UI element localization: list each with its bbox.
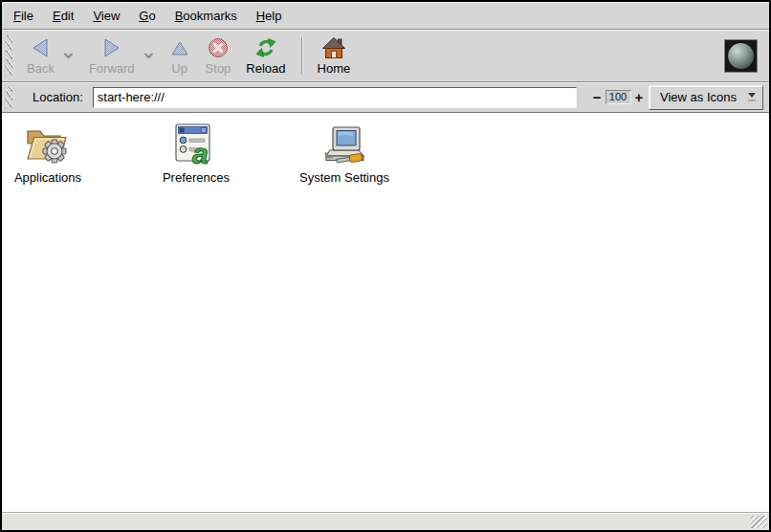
menu-bar: File Edit View Go Bookmarks Help [2,2,769,30]
svg-text:a: a [192,138,209,166]
zoom-out-button[interactable]: − [589,88,606,107]
chevron-down-icon [63,52,74,59]
menu-file[interactable]: File [4,4,43,28]
icon-view[interactable]: Applications a Preferences [2,113,769,512]
stop-button[interactable]: Stop [198,33,239,78]
location-bar: Location: − 100 + View as Icons [2,82,769,113]
stop-icon [207,35,230,60]
status-bar [2,512,769,530]
back-label: Back [27,61,55,76]
menu-help[interactable]: Help [247,4,292,28]
up-button[interactable]: Up [162,33,198,78]
icon-system-settings[interactable]: System Settings [277,122,411,185]
menu-go[interactable]: Go [129,4,165,28]
zoom-level: 100 [606,90,631,104]
forward-arrow-icon [101,35,122,60]
file-manager-window: File Edit View Go Bookmarks Help Back [0,0,771,532]
icon-preferences[interactable]: a Preferences [129,122,263,185]
view-as-dropdown[interactable]: View as Icons [649,85,763,110]
back-button[interactable]: Back [19,33,62,78]
reload-icon [253,35,278,60]
menu-view[interactable]: View [83,4,129,28]
throbber [724,39,758,73]
home-button[interactable]: Home [310,33,359,78]
forward-label: Forward [89,61,135,76]
zoom-in-button[interactable]: + [631,88,648,107]
up-label: Up [171,61,187,76]
icon-label: Applications [14,170,81,185]
location-label: Location: [33,90,83,104]
stop-label: Stop [206,61,231,76]
chevron-down-icon [143,52,154,59]
icon-applications[interactable]: Applications [2,122,115,185]
back-dropdown-button[interactable] [62,36,76,75]
applications-folder-icon [24,122,72,166]
icon-label: Preferences [163,170,230,185]
location-bar-grip[interactable] [6,86,12,108]
sphere-throbber-icon [728,43,754,69]
forward-button[interactable]: Forward [81,33,143,78]
toolbar-separator [301,37,302,74]
forward-dropdown-button[interactable] [143,36,156,75]
chevron-down-icon [748,93,756,101]
home-icon [321,35,346,60]
home-label: Home [318,61,351,76]
up-arrow-icon [169,35,190,60]
back-arrow-icon [30,35,51,60]
reload-label: Reload [246,61,285,76]
resize-grip[interactable] [751,516,767,528]
location-input[interactable] [93,87,577,108]
preferences-icon: a [173,122,219,166]
menu-bookmarks[interactable]: Bookmarks [165,4,247,28]
icon-label: System Settings [299,170,389,185]
system-settings-icon [320,122,368,166]
toolbar: Back Forward [2,30,769,82]
menu-edit[interactable]: Edit [43,4,83,28]
reload-button[interactable]: Reload [238,33,293,78]
toolbar-grip[interactable] [6,35,12,76]
view-as-label: View as Icons [660,90,737,104]
